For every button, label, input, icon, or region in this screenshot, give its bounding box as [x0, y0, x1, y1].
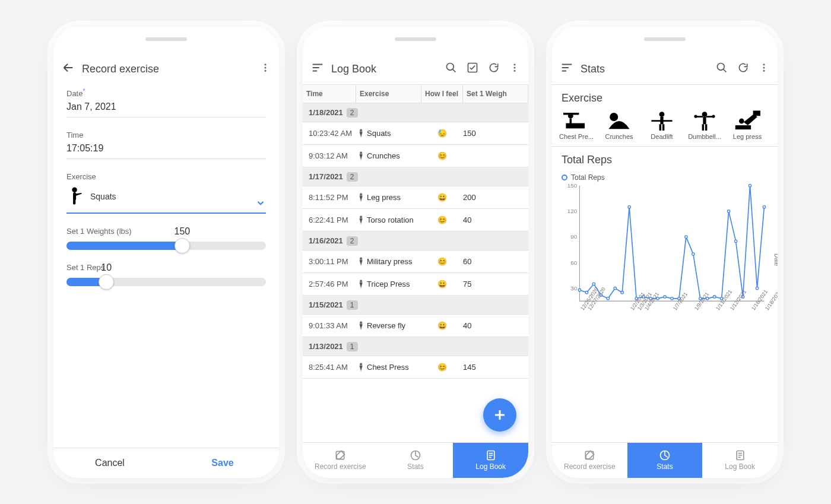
svg-rect-29: [703, 116, 706, 123]
svg-point-15: [763, 64, 765, 65]
exercise-chip[interactable]: Leg press: [729, 110, 766, 140]
svg-point-70: [763, 205, 765, 208]
svg-text:60: 60: [570, 259, 577, 265]
phone-record-exercise: Record exercise Date* Jan 7, 2021 Time 1…: [53, 27, 279, 478]
more-icon[interactable]: [260, 62, 271, 76]
exercise-chip[interactable]: Deadlift: [643, 110, 680, 140]
svg-point-51: [628, 205, 630, 208]
table-row[interactable]: 3:00:11 PM 🕴Military press 😊 60: [303, 251, 528, 273]
svg-point-10: [514, 69, 516, 71]
group-header[interactable]: 1/17/20212: [303, 167, 528, 186]
svg-rect-25: [651, 120, 672, 122]
exercise-field[interactable]: Exercise Squats: [66, 172, 266, 214]
svg-point-33: [712, 115, 715, 118]
table-row[interactable]: 8:11:52 PM 🕴Leg press 😀 200: [303, 186, 528, 209]
svg-point-31: [694, 115, 697, 118]
svg-point-63: [713, 295, 716, 297]
group-header[interactable]: 1/18/20212: [303, 103, 528, 122]
group-header[interactable]: 1/15/20211: [303, 296, 528, 315]
tabbar: Record exercise Stats Log Book: [303, 442, 528, 478]
svg-text:90: 90: [570, 233, 577, 240]
squat-icon: [66, 186, 87, 208]
more-icon[interactable]: [509, 62, 520, 76]
weights-slider[interactable]: Set 1 Weights (lbs) 150: [66, 227, 266, 250]
tab-stats[interactable]: Stats: [627, 443, 703, 478]
svg-point-22: [610, 112, 618, 121]
refresh-icon[interactable]: [488, 62, 500, 77]
svg-rect-20: [570, 118, 572, 123]
phone-stats: Stats Exercise Chest Pre...CrunchesDeadl…: [552, 27, 778, 478]
svg-point-37: [739, 118, 744, 123]
back-icon[interactable]: [62, 61, 75, 77]
reps-slider[interactable]: Set 1 Reps 10: [66, 263, 266, 286]
svg-rect-19: [566, 123, 585, 128]
svg-point-0: [265, 64, 267, 65]
table-row[interactable]: 10:23:42 AM 🕴Squats 😓 150: [303, 122, 528, 145]
table-row[interactable]: 9:01:33 AM 🕴Reverse fly 😀 40: [303, 315, 528, 337]
table-row[interactable]: 2:57:46 PM 🕴Tricep Press 😀 75: [303, 273, 528, 296]
checkbox-icon[interactable]: [467, 62, 478, 77]
svg-point-14: [718, 63, 725, 70]
svg-point-69: [756, 287, 758, 289]
svg-point-68: [748, 184, 751, 186]
topbar: Stats: [552, 54, 778, 84]
exercise-header: Exercise: [552, 84, 778, 108]
exercise-chip[interactable]: Crunches: [601, 110, 637, 140]
svg-point-50: [621, 291, 623, 293]
table-row[interactable]: 8:25:41 AM 🕴Chest Press 😊 145: [303, 356, 528, 379]
svg-point-44: [578, 289, 581, 291]
refresh-icon[interactable]: [737, 62, 749, 77]
svg-rect-5: [73, 199, 75, 205]
svg-rect-26: [659, 124, 662, 131]
save-button[interactable]: Save: [166, 448, 279, 478]
menu-icon[interactable]: [311, 61, 324, 77]
svg-point-6: [447, 63, 454, 70]
chevron-down-icon: [255, 198, 266, 210]
menu-icon[interactable]: [560, 61, 573, 77]
exercise-chip[interactable]: Chest Pre...: [558, 110, 595, 140]
tab-record[interactable]: Record exercise: [303, 443, 378, 478]
svg-point-66: [734, 240, 737, 242]
more-icon[interactable]: [759, 62, 769, 76]
svg-point-49: [614, 287, 616, 289]
svg-text:120: 120: [567, 208, 578, 214]
group-header[interactable]: 1/16/20212: [303, 232, 528, 251]
chart-legend: Total Reps: [562, 170, 768, 182]
tab-logbook[interactable]: Log Book: [453, 443, 528, 478]
exercise-chip[interactable]: Dumbbell...: [686, 110, 723, 140]
search-icon[interactable]: [716, 62, 728, 77]
svg-point-56: [664, 295, 666, 297]
group-header[interactable]: 1/13/20211: [303, 337, 528, 356]
date-field[interactable]: Date* Jan 7, 2021: [66, 88, 266, 118]
svg-point-3: [72, 187, 77, 192]
table-header: Time Exercise How I feel Set 1 Weigh: [303, 84, 528, 103]
svg-point-8: [514, 64, 516, 65]
search-icon[interactable]: [445, 62, 457, 77]
svg-rect-35: [705, 124, 708, 131]
page-title: Stats: [581, 63, 716, 75]
svg-point-2: [265, 69, 267, 71]
table-row[interactable]: 6:22:41 PM 🕴Torso rotation 😊 40: [303, 209, 528, 232]
topbar: Log Book: [303, 54, 528, 84]
phone-logbook: Log Book Time Exercise How I feel Set 1 …: [303, 27, 528, 478]
time-field[interactable]: Time 17:05:19: [66, 131, 266, 159]
tab-logbook[interactable]: Log Book: [702, 443, 778, 478]
table-body[interactable]: 1/18/20212 10:23:42 AM 🕴Squats 😓 150 9:0…: [303, 103, 528, 442]
form-buttons: Cancel Save: [53, 448, 279, 478]
page-title: Log Book: [331, 63, 445, 75]
svg-point-16: [763, 66, 765, 68]
svg-rect-4: [73, 192, 76, 201]
tab-record[interactable]: Record exercise: [552, 443, 627, 478]
tab-stats[interactable]: Stats: [378, 443, 453, 478]
svg-text:30: 30: [570, 284, 577, 291]
svg-point-1: [265, 66, 267, 68]
exercise-scroller[interactable]: Chest Pre...CrunchesDeadliftDumbbell...L…: [552, 108, 778, 147]
add-button[interactable]: [483, 398, 516, 432]
svg-point-45: [585, 291, 588, 293]
chart-title: Total Reps: [552, 147, 778, 170]
svg-rect-38: [753, 110, 760, 116]
cancel-button[interactable]: Cancel: [53, 448, 166, 478]
table-row[interactable]: 9:03:12 AM 🕴Crunches 😊: [303, 145, 528, 167]
svg-point-65: [727, 210, 729, 212]
svg-point-46: [592, 283, 595, 285]
